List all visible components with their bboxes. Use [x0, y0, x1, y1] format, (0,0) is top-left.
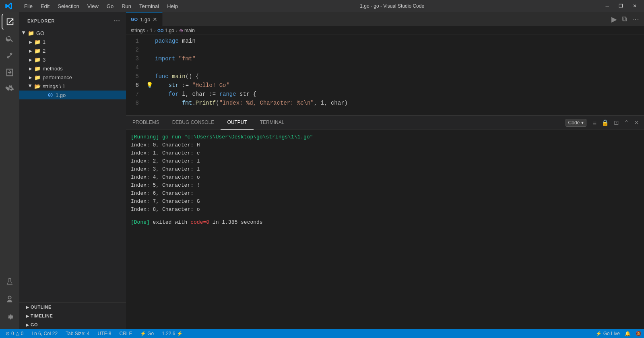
line-content-3: import "fmt"	[153, 54, 644, 63]
panel-tab-debug[interactable]: DEBUG CONSOLE	[166, 116, 221, 130]
lightbulb-1	[145, 37, 153, 45]
code-line-7: 7 for i, char := range str {	[126, 90, 644, 99]
status-bell[interactable]: 🔕	[633, 329, 644, 338]
minimize-button[interactable]: ─	[603, 2, 611, 10]
menu-run[interactable]: Run	[118, 2, 134, 10]
line-content-7: for i, char := range str {	[153, 90, 644, 99]
status-encoding[interactable]: UTF-8	[95, 329, 114, 338]
output-line-running: [Running] go run "c:\Users\User\Desktop\…	[131, 133, 639, 141]
tab-1go[interactable]: GO 1.go ✕	[126, 12, 163, 26]
tree-item-strings[interactable]: ▶ 📂 strings \ 1	[19, 82, 126, 91]
line-num-8: 8	[126, 99, 145, 107]
line-content-2	[153, 45, 644, 54]
activity-search[interactable]	[2, 31, 18, 47]
tree-label-strings: strings \ 1	[43, 83, 65, 89]
lightbulb-8	[145, 99, 153, 107]
error-count: 0	[11, 331, 14, 336]
new-file-icon[interactable]: ⋯	[113, 16, 121, 25]
arrow-2: ▶	[27, 47, 34, 54]
activity-scm[interactable]	[2, 47, 18, 64]
more-actions-icon[interactable]: ⋯	[630, 13, 641, 25]
folder-icon-performance: 📁	[34, 74, 41, 80]
status-tab-size[interactable]: Tab Size: 4	[63, 329, 92, 338]
warning-count: 0	[21, 331, 24, 336]
status-golive[interactable]: ⚡ Go Live	[593, 329, 622, 338]
breadcrumb-sep-3: ›	[176, 28, 178, 33]
activity-explorer[interactable]	[2, 14, 18, 30]
panel-tab-right: Code ▾ ≡ 🔒 ⊡ ⌃ ✕	[566, 116, 644, 130]
panel-tabs: PROBLEMS DEBUG CONSOLE OUTPUT TERMINAL C…	[126, 116, 644, 130]
menu-terminal[interactable]: Terminal	[136, 2, 162, 10]
status-errors[interactable]: ⊘ 0 △ 0	[3, 329, 26, 338]
go-section[interactable]: ▶ GO	[19, 320, 126, 329]
breadcrumb-func[interactable]: ⊕main	[179, 28, 195, 33]
tree-label-1: 1	[43, 39, 45, 45]
tree-item-1[interactable]: ▶ 📁 1	[19, 37, 126, 46]
editor-pane[interactable]: 1 package main 2 3 import "fmt"	[126, 35, 644, 115]
panel-list-icon[interactable]: ≡	[591, 118, 598, 128]
breadcrumb-sep-1: ›	[147, 28, 148, 33]
tree-item-methods[interactable]: ▶ 📁 methods	[19, 64, 126, 73]
code-line-2: 2	[126, 45, 644, 54]
tab-close-icon[interactable]: ✕	[153, 16, 157, 23]
status-line-ending[interactable]: CRLF	[117, 329, 134, 338]
activity-run[interactable]	[2, 64, 18, 80]
line-content-1: package main	[153, 37, 644, 45]
lightbulb-6[interactable]: 💡	[145, 81, 153, 90]
breadcrumb-func-icon: ⊕	[179, 28, 183, 33]
menu-view[interactable]: View	[84, 2, 102, 10]
status-notify[interactable]: 🔔	[622, 329, 633, 338]
breadcrumb-strings[interactable]: strings	[131, 28, 145, 33]
menu-file[interactable]: File	[21, 2, 36, 10]
panel-tab-terminal[interactable]: TERMINAL	[254, 116, 291, 130]
activity-account[interactable]	[2, 291, 18, 307]
arrow-strings: ▶	[27, 83, 34, 89]
lightbulb-5	[145, 72, 153, 81]
status-go-version[interactable]: 1.22.6 ⚡	[159, 329, 185, 338]
lightbulb-3	[145, 54, 153, 63]
output-line-3: Index: 3, Character: l	[131, 165, 639, 173]
output-line-0: Index: 0, Character: H	[131, 141, 639, 149]
code-line-8: 8 fmt.Printf("Index: %d, Character: %c\n…	[126, 99, 644, 107]
close-button[interactable]: ✕	[630, 2, 639, 10]
code-line-1: 1 package main	[126, 37, 644, 45]
panel-lock-icon[interactable]: 🔒	[600, 117, 611, 128]
split-editor-icon[interactable]: ⧉	[620, 13, 629, 25]
tree-item-2[interactable]: ▶ 📁 2	[19, 46, 126, 55]
panel-tab-output[interactable]: OUTPUT	[221, 116, 253, 130]
tree-item-3[interactable]: ▶ 📁 3	[19, 55, 126, 64]
menu-selection[interactable]: Selection	[54, 2, 82, 10]
outline-section[interactable]: ▶ OUTLINE	[19, 303, 126, 311]
status-ln-col[interactable]: Ln 6, Col 22	[29, 329, 60, 338]
done-time: in 1.385 seconds	[209, 219, 263, 225]
panel-copy-icon[interactable]: ⊡	[612, 117, 621, 128]
tree-item-go[interactable]: ▶ 📁 GO	[19, 29, 126, 37]
menu-help[interactable]: Help	[164, 2, 181, 10]
panel-collapse-icon[interactable]: ⌃	[622, 117, 631, 128]
maximize-button[interactable]: ❐	[616, 2, 625, 10]
panel-dropdown[interactable]: Code ▾	[566, 119, 587, 127]
timeline-section[interactable]: ▶ TIMELINE	[19, 311, 126, 320]
panel-tab-problems[interactable]: PROBLEMS	[126, 116, 166, 130]
folder-icon-2: 📁	[34, 47, 41, 54]
menu-go[interactable]: Go	[103, 2, 117, 10]
activity-test[interactable]	[2, 274, 18, 290]
run-icon[interactable]: ▶	[610, 13, 619, 25]
status-language[interactable]: ⚡ Go	[138, 329, 156, 338]
panel-close-icon[interactable]: ✕	[632, 117, 641, 128]
tab-bar: GO 1.go ✕ ▶ ⧉ ⋯	[126, 12, 644, 26]
menu-edit[interactable]: Edit	[37, 2, 53, 10]
outline-arrow: ▶	[24, 304, 31, 310]
code-editor[interactable]: 1 package main 2 3 import "fmt"	[126, 35, 644, 109]
arrow-methods: ▶	[27, 65, 34, 72]
tree-item-1go[interactable]: ▶ GO 1.go	[19, 91, 126, 99]
activity-extensions[interactable]	[2, 81, 18, 97]
activity-settings[interactable]	[2, 309, 18, 325]
tree-item-performance[interactable]: ▶ 📁 performance	[19, 73, 126, 82]
tree-label-go: GO	[36, 30, 44, 36]
output-panel[interactable]: [Running] go run "c:\Users\User\Desktop\…	[126, 130, 644, 329]
arrow-performance: ▶	[27, 74, 34, 80]
output-line-done: [Done] exited with code=0 in 1.385 secon…	[131, 218, 639, 227]
breadcrumb-file[interactable]: GO1.go	[157, 28, 174, 33]
breadcrumb-1[interactable]: 1	[150, 28, 153, 33]
